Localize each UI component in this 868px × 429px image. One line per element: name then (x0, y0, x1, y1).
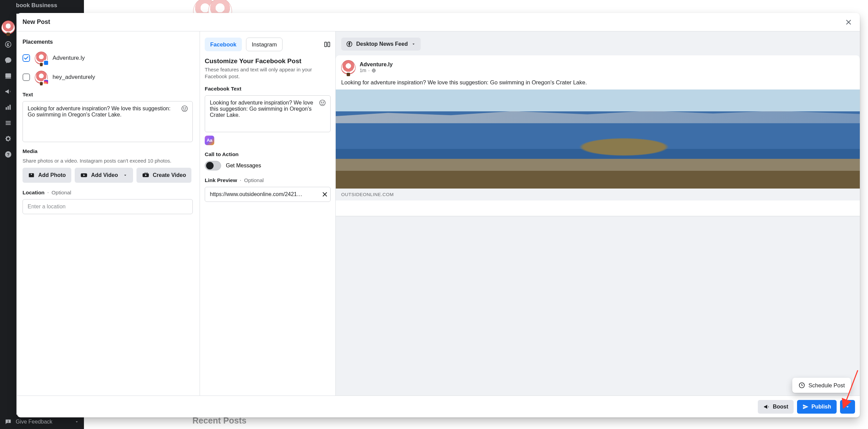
svg-point-16 (320, 100, 326, 106)
location-optional: Optional (52, 190, 71, 196)
facebook-badge-icon (43, 60, 49, 66)
post-text-value: Looking for adventure inspiration? We lo… (28, 106, 171, 117)
add-video-label: Add Video (91, 172, 118, 178)
fb-text-value: Looking for adventure inspiration? We lo… (210, 100, 313, 118)
facebook-circle-icon (346, 41, 353, 47)
chevron-down-icon (411, 42, 416, 46)
create-video-label: Create Video (153, 172, 186, 178)
nav-megaphone-icon[interactable] (4, 87, 12, 96)
svg-rect-15 (328, 42, 330, 46)
preview-timestamp: 1m (360, 68, 366, 73)
media-label: Media (23, 148, 193, 154)
svg-point-17 (321, 102, 322, 102)
clear-link-button[interactable] (322, 191, 328, 197)
split-view-icon (324, 41, 331, 48)
instagram-badge-icon (43, 79, 49, 85)
tab-facebook[interactable]: Facebook (205, 38, 242, 51)
link-preview-input[interactable] (205, 187, 331, 202)
nav-menu-icon[interactable] (4, 119, 12, 127)
add-photo-button[interactable]: Add Photo (23, 168, 71, 183)
preview-device-label: Desktop News Feed (356, 41, 408, 47)
placements-heading: Placements (23, 39, 193, 45)
compare-view-button[interactable] (324, 41, 331, 48)
placement-name-facebook: Adventure.ly (53, 55, 85, 61)
video-icon (80, 171, 88, 179)
create-video-icon (142, 171, 149, 179)
preview-link-domain: OUTSIDEONLINE.COM (336, 189, 531, 200)
svg-rect-14 (325, 42, 327, 46)
svg-text:?: ? (7, 152, 10, 157)
add-video-button[interactable]: Add Video (75, 168, 133, 183)
left-nav-rail: ? (0, 0, 16, 264)
customize-hint: These features and text will only appear… (205, 66, 331, 80)
workspace-avatar (1, 20, 15, 34)
cta-option-label: Get Messages (226, 163, 261, 169)
nav-settings-icon[interactable] (4, 135, 12, 143)
tab-instagram[interactable]: Instagram (246, 38, 283, 51)
new-post-modal: New Post Placements Adventure.ly (17, 13, 531, 264)
photo-plus-icon (28, 172, 35, 179)
nav-posts-icon[interactable] (4, 72, 12, 80)
preview-link-image (336, 89, 531, 189)
placement-name-instagram: hey_adventurely (53, 74, 95, 81)
separator-dot: · (240, 177, 241, 183)
svg-point-8 (182, 106, 188, 112)
svg-point-10 (185, 108, 186, 108)
placement-avatar-instagram (35, 71, 48, 84)
preview-page-name: Adventure.ly (360, 61, 393, 68)
cta-label: Call to Action (205, 151, 331, 157)
customize-pane: Facebook Instagram Customize Your Facebo… (200, 31, 336, 264)
svg-rect-4 (8, 106, 9, 110)
modal-header: New Post (17, 13, 531, 31)
nav-messages-icon[interactable] (4, 56, 12, 64)
placement-checkbox-facebook[interactable] (23, 54, 30, 62)
nav-whatsapp-icon[interactable] (4, 40, 12, 49)
modal-title: New Post (23, 18, 50, 26)
placement-row-facebook[interactable]: Adventure.ly (23, 50, 193, 66)
svg-point-18 (323, 102, 324, 102)
globe-icon (372, 68, 376, 73)
chevron-down-icon (123, 173, 128, 178)
svg-rect-1 (5, 73, 11, 78)
add-photo-label: Add Photo (38, 172, 66, 178)
location-label: Location (23, 190, 45, 196)
create-video-button[interactable]: Create Video (136, 168, 192, 183)
placement-row-instagram[interactable]: hey_adventurely (23, 69, 193, 85)
cta-toggle[interactable] (205, 161, 221, 170)
compose-pane: Placements Adventure.ly hey_adventurely (17, 31, 200, 264)
text-label: Text (23, 92, 193, 98)
customize-heading: Customize Your Facebook Post (205, 57, 331, 65)
svg-rect-2 (5, 78, 11, 79)
close-icon (322, 191, 328, 197)
fb-text-label: Facebook Text (205, 86, 331, 92)
svg-point-9 (183, 108, 184, 108)
post-text-input[interactable]: Looking for adventure inspiration? We lo… (23, 101, 193, 142)
svg-rect-3 (6, 107, 7, 110)
preview-body-text: Looking for adventure inspiration? We lo… (336, 77, 531, 89)
nav-help-icon[interactable]: ? (4, 150, 12, 158)
nav-insights-icon[interactable] (4, 103, 12, 111)
preview-device-selector[interactable]: Desktop News Feed (341, 38, 421, 51)
link-preview-label: Link Preview (205, 177, 237, 183)
location-input[interactable] (23, 199, 193, 214)
link-optional: Optional (244, 177, 264, 183)
placement-checkbox-instagram[interactable] (23, 73, 30, 81)
fb-text-input[interactable]: Looking for adventure inspiration? We lo… (205, 95, 331, 132)
media-hint: Share photos or a video. Instagram posts… (23, 158, 193, 164)
preview-card: Adventure.ly 1m · Looking for adventure … (336, 55, 531, 216)
emoji-picker-button[interactable] (319, 99, 326, 107)
placement-avatar-facebook (35, 52, 48, 65)
preview-pane: Desktop News Feed Adventure.ly 1m · (336, 31, 531, 264)
svg-rect-5 (10, 105, 11, 110)
emoji-picker-button[interactable] (181, 105, 188, 112)
text-style-button[interactable]: Aa (205, 136, 214, 145)
preview-avatar (341, 60, 356, 74)
separator-dot: · (47, 190, 49, 196)
separator-dot: · (368, 68, 370, 73)
svg-point-0 (5, 42, 11, 47)
